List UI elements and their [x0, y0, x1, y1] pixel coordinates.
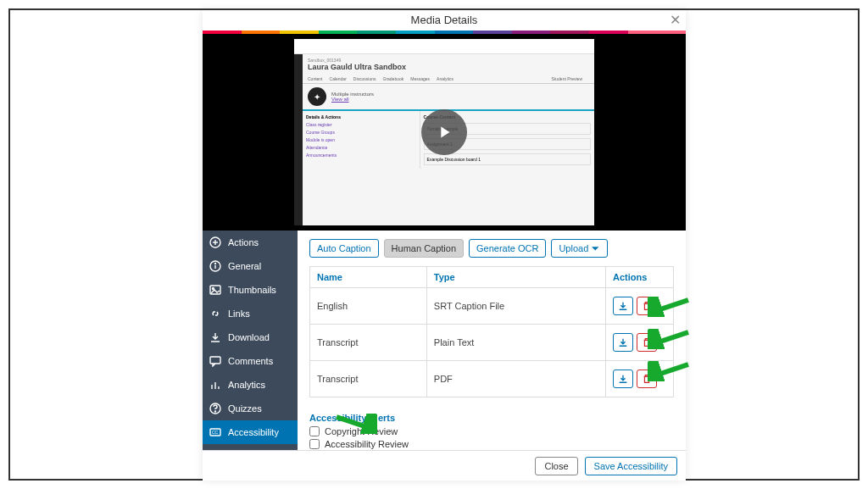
sidebar-item-quizzes[interactable]: Quizzes — [203, 397, 298, 420]
media-details-dialog: Media Details ✕ Sandbox_001349 Laura Gau… — [203, 10, 686, 481]
chat-icon — [209, 355, 221, 367]
link-icon — [209, 308, 221, 320]
human-button[interactable]: Human Caption — [384, 239, 464, 258]
delete-button[interactable] — [637, 333, 657, 352]
sidebar-item-thumbnails[interactable]: Thumbnails — [203, 278, 298, 302]
ocr-button[interactable]: Generate OCR — [469, 239, 546, 258]
sidebar-item-links[interactable]: Links — [203, 302, 298, 325]
sidebar-item-label: General — [228, 261, 261, 271]
cell-type: PDF — [426, 361, 605, 397]
mock-title: Laura Gauld Ultra Sandbox — [308, 63, 589, 71]
sidebar-item-label: Links — [228, 308, 250, 319]
sidebar-item-analytics[interactable]: Analytics — [203, 373, 298, 397]
save-accessibility-button[interactable]: Save Accessibility — [585, 457, 677, 475]
col-name: Name — [310, 267, 427, 288]
plus-icon — [209, 236, 221, 248]
sidebar-item-label: Thumbnails — [228, 285, 276, 295]
delete-button[interactable] — [637, 297, 657, 315]
cell-name: Transcript — [310, 361, 427, 397]
sidebar-item-label: Comments — [228, 356, 273, 366]
sidebar-item-accessibility[interactable]: CCAccessibility — [203, 420, 298, 444]
download-icon — [209, 331, 221, 343]
copyright-review-checkbox[interactable]: Copyright Review — [309, 426, 674, 436]
sidebar-item-label: Analytics — [228, 380, 265, 390]
sidebar-item-comments[interactable]: Comments — [203, 349, 298, 373]
col-type: Type — [426, 267, 605, 288]
upload-button[interactable]: Upload ⏷ — [551, 239, 608, 258]
download-button[interactable] — [613, 297, 633, 315]
sidebar-item-label: Actions — [228, 237, 259, 247]
info-icon — [209, 260, 221, 272]
delete-button[interactable] — [637, 370, 657, 388]
cell-type: SRT Caption File — [426, 288, 605, 325]
content-pane: Auto CaptionHuman CaptionGenerate OCRUpl… — [298, 231, 686, 450]
sidebar-item-download[interactable]: Download — [203, 325, 298, 349]
sidebar: ActionsGeneralThumbnailsLinksDownloadCom… — [203, 231, 298, 450]
close-button[interactable]: Close — [535, 457, 577, 475]
svg-point-7 — [213, 288, 214, 290]
svg-text:CC: CC — [212, 430, 219, 435]
caption-button-row: Auto CaptionHuman CaptionGenerate OCRUpl… — [309, 239, 674, 258]
avatar-icon: ✦ — [308, 87, 326, 106]
dialog-footer: Close Save Accessibility — [203, 450, 686, 481]
image-icon — [209, 284, 221, 296]
sidebar-item-label: Download — [228, 332, 270, 342]
auto-button[interactable]: Auto Caption — [309, 239, 379, 258]
svg-rect-8 — [210, 357, 220, 364]
table-row: TranscriptPlain Text — [310, 325, 674, 361]
dialog-header: Media Details ✕ — [203, 10, 686, 31]
cell-type: Plain Text — [426, 325, 605, 361]
video-preview[interactable]: Sandbox_001349 Laura Gauld Ultra Sandbox… — [203, 34, 686, 231]
close-icon[interactable]: ✕ — [670, 10, 681, 31]
dialog-title: Media Details — [411, 14, 478, 26]
accessibility-alerts: Accessibility Alerts Copyright Review Ac… — [309, 413, 674, 449]
play-button[interactable] — [421, 109, 467, 155]
cell-name: Transcript — [310, 325, 427, 361]
table-row: TranscriptPDF — [310, 361, 674, 397]
download-button[interactable] — [613, 333, 633, 352]
sidebar-item-label: Accessibility — [228, 427, 279, 437]
accessibility-review-checkbox[interactable]: Accessibility Review — [309, 439, 674, 449]
files-table: Name Type Actions EnglishSRT Caption Fil… — [309, 266, 674, 397]
col-actions: Actions — [606, 267, 674, 288]
bars-icon — [209, 379, 221, 391]
svg-point-13 — [215, 411, 216, 412]
sidebar-item-actions[interactable]: Actions — [203, 231, 298, 254]
svg-point-5 — [215, 264, 216, 264]
cc-icon: CC — [209, 426, 221, 438]
table-row: EnglishSRT Caption File — [310, 288, 674, 325]
cell-name: English — [310, 288, 427, 325]
sidebar-item-label: Quizzes — [228, 403, 262, 414]
download-button[interactable] — [613, 370, 633, 388]
alerts-heading: Accessibility Alerts — [309, 413, 674, 423]
question-icon — [209, 403, 221, 414]
sidebar-item-general[interactable]: General — [203, 254, 298, 278]
